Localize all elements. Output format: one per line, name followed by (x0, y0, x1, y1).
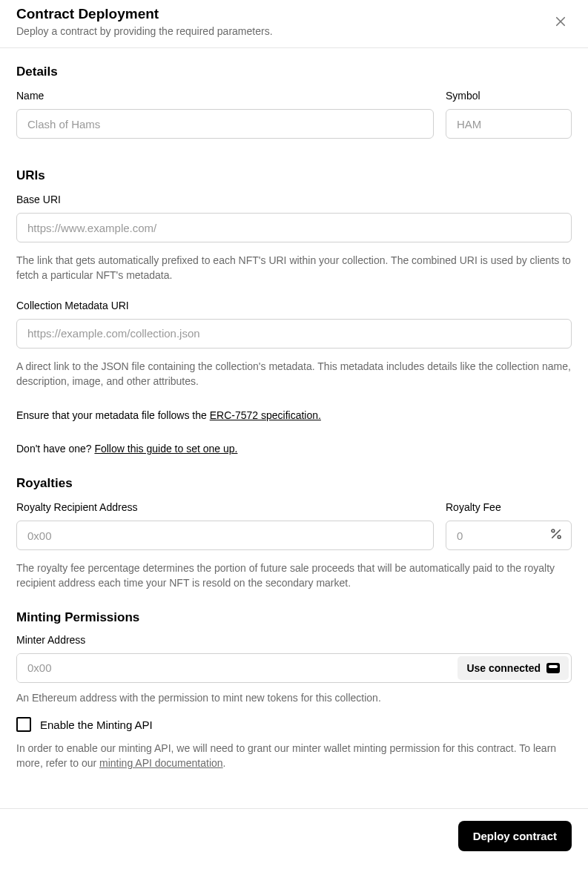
guide-prefix: Don't have one? (16, 443, 94, 455)
header-text: Contract Deployment Deploy a contract by… (16, 6, 273, 37)
api-help-prefix: In order to enable our minting API, we w… (16, 742, 556, 769)
details-heading: Details (16, 65, 572, 79)
section-minting: Minting Permissions Minter Address Use c… (16, 610, 572, 771)
base-uri-field: Base URI (16, 194, 572, 242)
name-label: Name (16, 90, 434, 102)
use-connected-button[interactable]: Use connected (457, 656, 569, 680)
base-uri-label: Base URI (16, 194, 572, 205)
section-details: Details Name Symbol (16, 65, 572, 149)
royalty-help: The royalty fee percentage determines th… (16, 561, 572, 591)
deploy-button[interactable]: Deploy contract (458, 821, 572, 851)
collection-uri-field: Collection Metadata URI (16, 300, 572, 349)
minter-address-field: Minter Address Use connected (16, 634, 572, 683)
royalty-fee-label: Royalty Fee (446, 501, 572, 513)
minting-heading: Minting Permissions (16, 610, 572, 625)
base-uri-input[interactable] (16, 213, 572, 242)
page-subtitle: Deploy a contract by providing the requi… (16, 25, 273, 37)
royalty-fee-input-wrap (446, 521, 572, 550)
uris-heading: URIs (16, 168, 572, 183)
wallet-icon (546, 663, 560, 673)
section-uris: URIs Base URI The link that gets automat… (16, 168, 572, 457)
use-connected-label: Use connected (466, 662, 541, 674)
page-title: Contract Deployment (16, 6, 273, 22)
section-royalties: Royalties Royalty Recipient Address Roya… (16, 476, 572, 591)
minter-address-label: Minter Address (16, 634, 572, 646)
royalty-recipient-input[interactable] (16, 521, 434, 550)
guide-text: Don't have one? Follow this guide to set… (16, 441, 572, 457)
modal-header: Contract Deployment Deploy a contract by… (0, 0, 588, 48)
symbol-input[interactable] (446, 109, 572, 139)
minter-address-input[interactable] (17, 654, 455, 682)
minter-input-group: Use connected (16, 653, 572, 683)
symbol-field-wrapper: Symbol (446, 90, 572, 139)
royalty-fee-input[interactable] (446, 521, 572, 550)
api-doc-link[interactable]: minting API documentation (99, 757, 223, 769)
enable-api-row: Enable the Minting API (16, 717, 572, 732)
close-icon (554, 15, 567, 28)
enable-api-label: Enable the Minting API (40, 719, 153, 731)
royalty-recipient-field: Royalty Recipient Address (16, 501, 434, 550)
spec-text: Ensure that your metadata file follows t… (16, 408, 572, 423)
details-row: Name Symbol (16, 90, 572, 149)
base-uri-help: The link that gets automatically prefixe… (16, 253, 572, 283)
collection-uri-label: Collection Metadata URI (16, 300, 572, 311)
spec-prefix: Ensure that your metadata file follows t… (16, 409, 210, 421)
api-help: In order to enable our minting API, we w… (16, 741, 572, 771)
guide-link[interactable]: Follow this guide to set one up. (94, 443, 237, 455)
enable-api-checkbox[interactable] (16, 717, 31, 732)
collection-uri-help: A direct link to the JSON file containin… (16, 359, 572, 389)
api-help-suffix: . (223, 757, 226, 769)
minter-help: An Ethereum address with the permission … (16, 690, 572, 705)
symbol-label: Symbol (446, 90, 572, 102)
royalties-heading: Royalties (16, 476, 572, 491)
collection-uri-input[interactable] (16, 319, 572, 349)
name-input[interactable] (16, 109, 434, 139)
modal-content: Details Name Symbol URIs Base URI The li… (0, 48, 588, 786)
modal-footer: Deploy contract (0, 808, 588, 863)
name-field-wrapper: Name (16, 90, 434, 139)
royalty-recipient-label: Royalty Recipient Address (16, 501, 434, 513)
royalty-fee-field: Royalty Fee (446, 501, 572, 550)
spec-link[interactable]: ERC-7572 specification. (210, 409, 321, 421)
royalties-row: Royalty Recipient Address Royalty Fee (16, 501, 572, 561)
close-button[interactable] (549, 10, 572, 33)
